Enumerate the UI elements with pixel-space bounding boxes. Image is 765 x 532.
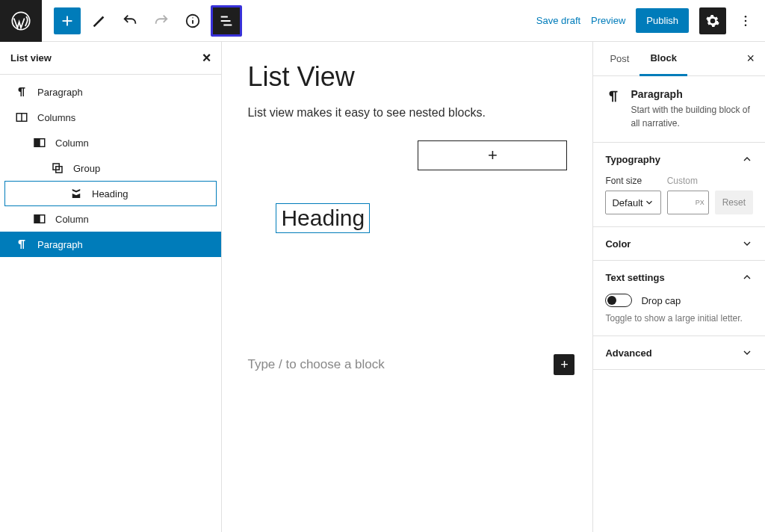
text-settings-toggle[interactable]: Text settings	[593, 261, 765, 294]
tab-post[interactable]: Post	[599, 42, 639, 75]
top-toolbar: Save draft Preview Publish	[0, 0, 765, 42]
block-prompt-row: Type / to choose a block +	[247, 354, 574, 375]
tree-item-column[interactable]: Column	[0, 130, 221, 155]
chevron-up-icon	[741, 271, 753, 283]
typography-section: Typography Font size Default Custom PX	[593, 143, 765, 227]
columns-icon	[15, 111, 28, 124]
block-placeholder[interactable]: Type / to choose a block	[247, 357, 384, 372]
tree-item-heading[interactable]: Heading	[4, 181, 217, 206]
publish-button[interactable]: Publish	[636, 8, 689, 33]
advanced-toggle[interactable]: Advanced	[593, 336, 765, 369]
plus-icon: +	[560, 357, 569, 373]
redo-button[interactable]	[148, 7, 175, 34]
toolbar-left	[42, 5, 242, 37]
info-button[interactable]	[179, 7, 206, 34]
list-view-button[interactable]	[211, 5, 242, 37]
tree-item-column[interactable]: Column	[0, 206, 221, 232]
typography-toggle[interactable]: Typography	[593, 143, 765, 176]
block-info: Paragraph Start with the building block …	[593, 76, 765, 143]
paragraph-icon	[15, 85, 28, 99]
main-layout: List view × Paragraph Columns Column Gro…	[0, 42, 765, 532]
drop-cap-hint: Toggle to show a large initial letter.	[605, 313, 753, 324]
advanced-title: Advanced	[605, 347, 651, 359]
save-draft-button[interactable]: Save draft	[536, 15, 580, 26]
svg-rect-7	[34, 139, 40, 147]
tab-block[interactable]: Block	[639, 43, 687, 76]
custom-size-label: Custom	[667, 176, 709, 186]
advanced-section: Advanced	[593, 336, 765, 370]
preview-button[interactable]: Preview	[591, 15, 625, 26]
paragraph-icon	[605, 88, 622, 105]
svg-point-3	[745, 19, 747, 22]
undo-button[interactable]	[117, 7, 143, 34]
svg-point-2	[745, 15, 747, 17]
tools-button[interactable]	[85, 7, 112, 34]
paragraph-block[interactable]: List view makes it easy to see nested bl…	[247, 106, 567, 120]
drop-cap-toggle[interactable]	[605, 294, 632, 307]
font-size-value: Default	[612, 197, 642, 208]
color-section: Color	[593, 227, 765, 261]
text-settings-title: Text settings	[605, 272, 664, 283]
chevron-down-icon	[644, 197, 654, 208]
heading-block[interactable]: Heading	[276, 203, 370, 233]
heading-icon	[69, 187, 83, 200]
group-icon	[51, 161, 64, 175]
settings-panel: Post Block × Paragraph Start with the bu…	[592, 42, 765, 532]
tree-item-label: Paragraph	[37, 87, 83, 98]
tree-item-label: Group	[73, 163, 100, 174]
page-title[interactable]: List View	[247, 61, 567, 93]
block-name: Paragraph	[631, 88, 753, 100]
tree-item-columns[interactable]: Columns	[0, 105, 221, 130]
column-icon	[33, 212, 46, 226]
list-view-title: List view	[10, 52, 52, 64]
wp-logo[interactable]	[0, 0, 42, 42]
toolbar-right: Save draft Preview Publish	[536, 7, 765, 34]
block-appender[interactable]: +	[418, 140, 567, 170]
tree-item-label: Paragraph	[37, 239, 83, 250]
settings-button[interactable]	[699, 7, 726, 34]
add-block-button[interactable]	[54, 7, 81, 34]
tree-item-label: Column	[55, 214, 89, 225]
settings-tabs: Post Block ×	[593, 42, 765, 76]
chevron-down-icon	[741, 238, 753, 250]
block-description: Start with the building block of all nar…	[631, 103, 753, 130]
close-list-view-button[interactable]: ×	[202, 49, 211, 66]
more-options-button[interactable]	[737, 7, 755, 34]
custom-size-input[interactable]: PX	[667, 191, 709, 214]
tree-item-label: Column	[55, 137, 89, 149]
tree-item-label: Heading	[92, 188, 128, 200]
close-settings-button[interactable]: ×	[746, 51, 759, 66]
tree-item-label: Columns	[37, 112, 75, 123]
chevron-up-icon	[741, 153, 753, 165]
list-view-header: List view ×	[0, 42, 221, 75]
inline-inserter-button[interactable]: +	[554, 354, 574, 375]
list-view-panel: List view × Paragraph Columns Column Gro…	[0, 42, 222, 532]
chevron-down-icon	[741, 347, 753, 359]
typography-title: Typography	[605, 154, 660, 165]
drop-cap-label: Drop cap	[641, 295, 681, 306]
svg-rect-11	[34, 215, 40, 223]
tree-item-group[interactable]: Group	[0, 155, 221, 181]
tree-item-paragraph[interactable]: Paragraph	[0, 79, 221, 105]
tree-item-paragraph-selected[interactable]: Paragraph	[0, 232, 221, 257]
block-tree: Paragraph Columns Column Group Heading C	[0, 75, 221, 257]
paragraph-icon	[15, 238, 28, 251]
text-settings-section: Text settings Drop cap Toggle to show a …	[593, 261, 765, 336]
editor-canvas[interactable]: List View List view makes it easy to see…	[222, 42, 592, 532]
font-size-label: Font size	[605, 176, 660, 186]
svg-point-4	[745, 24, 747, 26]
color-toggle[interactable]: Color	[593, 227, 765, 260]
color-title: Color	[605, 238, 631, 250]
font-size-select[interactable]: Default	[605, 191, 660, 214]
reset-font-size-button[interactable]: Reset	[715, 191, 753, 214]
column-icon	[33, 136, 46, 149]
plus-icon: +	[488, 146, 498, 165]
